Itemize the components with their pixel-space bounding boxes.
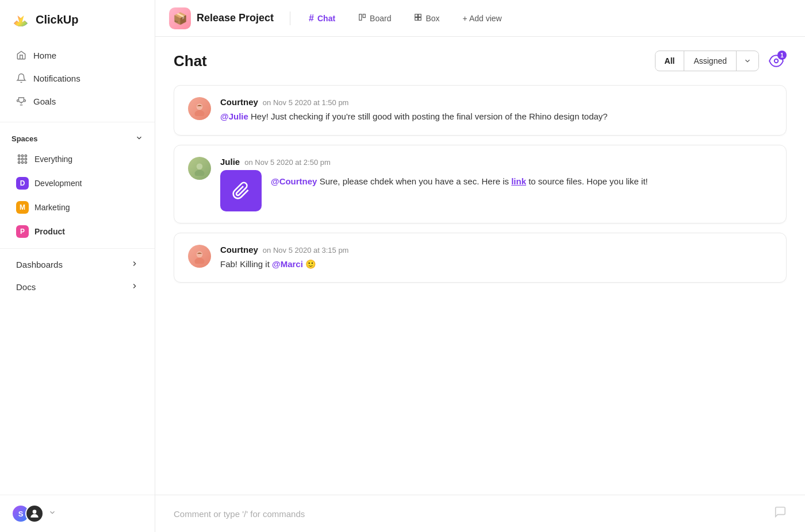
project-icon: 📦 xyxy=(169,7,191,29)
board-icon xyxy=(358,13,366,23)
sidebar-item-home[interactable]: Home xyxy=(5,44,150,66)
tab-chat-label: Chat xyxy=(317,14,335,23)
message-3-time: on Nov 5 2020 at 3:15 pm xyxy=(263,246,349,255)
logo[interactable]: ClickUp xyxy=(0,0,155,39)
avatar-courtney-2 xyxy=(188,245,211,268)
sidebar-footer: S xyxy=(0,495,155,532)
tab-board-label: Board xyxy=(370,14,391,23)
project-name: Release Project xyxy=(197,12,274,24)
chat-bubble-icon xyxy=(774,506,787,518)
message-2-text: @Courtney Sure, please chdek when you ha… xyxy=(271,170,648,188)
sidebar-item-notifications[interactable]: Notifications xyxy=(5,67,150,89)
bell-icon xyxy=(16,73,26,83)
svg-point-8 xyxy=(25,161,26,163)
sidebar-item-notifications-label: Notifications xyxy=(33,74,80,83)
message-3-content: Courtney on Nov 5 2020 at 3:15 pm Fab! K… xyxy=(220,245,772,271)
topbar-project: 📦 Release Project xyxy=(169,7,274,29)
filter-all-button[interactable]: All xyxy=(656,52,684,70)
svg-point-9 xyxy=(33,510,37,514)
message-2-header: Julie on Nov 5 2020 at 2:50 pm xyxy=(220,157,772,167)
message-1: Courtney on Nov 5 2020 at 1:50 pm @Julie… xyxy=(174,85,787,136)
message-3: Courtney on Nov 5 2020 at 3:15 pm Fab! K… xyxy=(174,233,787,283)
sidebar-divider-1 xyxy=(0,122,155,122)
chat-header: Chat All Assigned 1 xyxy=(174,51,787,71)
sidebar-item-everything-label: Everything xyxy=(34,155,72,164)
message-1-text: @Julie Hey! Just checking if you're stil… xyxy=(220,110,772,124)
message-1-body: Hey! Just checking if you're still good … xyxy=(251,111,608,121)
watch-badge: 1 xyxy=(777,51,787,60)
julie-avatar-img xyxy=(192,161,207,176)
mention-julie[interactable]: @Julie xyxy=(220,111,248,121)
home-icon xyxy=(16,50,26,60)
svg-point-19 xyxy=(197,104,202,109)
svg-point-6 xyxy=(18,161,20,163)
tab-box-label: Box xyxy=(425,14,439,23)
comment-bar: Comment or type '/' for commands xyxy=(155,495,805,532)
avatar-group[interactable]: S xyxy=(12,504,44,523)
message-2-time: on Nov 5 2020 at 2:50 pm xyxy=(244,158,331,167)
svg-point-16 xyxy=(775,59,779,63)
watch-button[interactable]: 1 xyxy=(766,51,787,71)
attachment-link[interactable]: link xyxy=(511,176,526,186)
chat-container: Chat All Assigned 1 xyxy=(155,37,805,495)
add-view-button[interactable]: + Add view xyxy=(456,10,509,26)
message-1-time: on Nov 5 2020 at 1:50 pm xyxy=(263,98,349,107)
sidebar-item-goals[interactable]: Goals xyxy=(5,90,150,112)
svg-rect-15 xyxy=(419,18,421,21)
trophy-icon xyxy=(16,96,26,106)
footer-dropdown-icon[interactable] xyxy=(48,508,56,519)
svg-point-0 xyxy=(18,155,20,157)
svg-rect-14 xyxy=(415,18,418,21)
svg-point-18 xyxy=(195,110,205,116)
chevron-down-icon xyxy=(743,57,752,65)
svg-rect-12 xyxy=(415,14,418,17)
avatar-user-2 xyxy=(25,504,44,523)
svg-point-2 xyxy=(25,155,26,157)
spaces-header[interactable]: Spaces xyxy=(0,127,155,147)
message-2: Julie on Nov 5 2020 at 2:50 pm @Courtney… xyxy=(174,145,787,223)
hash-icon: # xyxy=(309,13,314,24)
mention-marci[interactable]: @Marci xyxy=(272,259,303,269)
topbar: 📦 Release Project # Chat Board Box + Add… xyxy=(155,0,805,37)
docs-label: Docs xyxy=(16,282,36,292)
message-1-header: Courtney on Nov 5 2020 at 1:50 pm xyxy=(220,97,772,107)
message-2-body-1: Sure, please chdek when you have a sec. … xyxy=(320,176,512,186)
sidebar-item-dashboards[interactable]: Dashboards xyxy=(5,254,150,275)
message-3-author: Courtney xyxy=(220,245,258,255)
sidebar-item-everything[interactable]: Everything xyxy=(5,148,150,171)
tab-board[interactable]: Board xyxy=(351,10,398,26)
topbar-divider xyxy=(290,11,290,25)
box-icon xyxy=(414,13,422,23)
development-badge: D xyxy=(16,177,29,190)
courtney-avatar-img-2 xyxy=(192,249,207,264)
sidebar-item-docs[interactable]: Docs xyxy=(5,276,150,298)
logo-text: ClickUp xyxy=(36,13,78,26)
message-2-attachment: @Courtney Sure, please chdek when you ha… xyxy=(220,170,772,211)
svg-rect-11 xyxy=(363,14,365,18)
svg-point-22 xyxy=(197,164,202,169)
sidebar-divider-2 xyxy=(0,248,155,249)
filter-dropdown[interactable] xyxy=(737,53,758,69)
svg-rect-13 xyxy=(419,14,421,17)
filter-assigned-button[interactable]: Assigned xyxy=(684,52,736,70)
avatar-julie xyxy=(188,157,211,180)
svg-point-5 xyxy=(25,158,26,160)
marketing-badge: M xyxy=(16,201,29,214)
clickup-logo-icon xyxy=(12,10,30,29)
sidebar-item-marketing[interactable]: M Marketing xyxy=(5,196,150,219)
comment-placeholder[interactable]: Comment or type '/' for commands xyxy=(174,509,305,519)
dashboards-label: Dashboards xyxy=(16,260,63,269)
tab-chat[interactable]: # Chat xyxy=(302,10,342,27)
sidebar-item-development[interactable]: D Development xyxy=(5,172,150,195)
message-1-content: Courtney on Nov 5 2020 at 1:50 pm @Julie… xyxy=(220,97,772,124)
chat-title: Chat xyxy=(174,52,207,70)
sidebar-item-home-label: Home xyxy=(33,51,56,60)
mention-courtney[interactable]: @Courtney xyxy=(271,176,317,186)
svg-point-25 xyxy=(197,252,202,257)
svg-point-7 xyxy=(21,161,23,163)
sidebar-item-development-label: Development xyxy=(34,179,82,188)
attachment-icon-box[interactable] xyxy=(220,170,262,211)
tab-box[interactable]: Box xyxy=(407,10,446,26)
sidebar-item-product[interactable]: P Product xyxy=(5,220,150,243)
chat-header-right: All Assigned 1 xyxy=(655,51,787,71)
